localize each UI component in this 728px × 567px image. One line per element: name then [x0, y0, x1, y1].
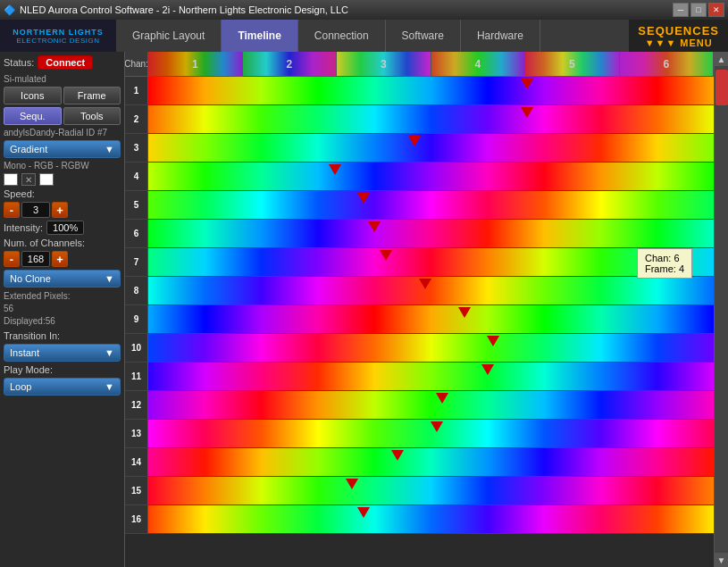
speed-minus-btn[interactable]: - — [4, 202, 20, 218]
frame-header-3: 3 — [337, 52, 431, 76]
v-scrollbar[interactable]: ▲ ▼ — [714, 52, 728, 567]
channel-row[interactable]: 14 — [125, 448, 714, 477]
channel-marker[interactable] — [487, 336, 499, 346]
chan-gradient[interactable] — [148, 163, 714, 190]
channel-marker[interactable] — [346, 479, 358, 489]
sequences-submenu: ▼▼▼ MENU — [645, 38, 713, 48]
chan-gradient[interactable] — [148, 448, 714, 476]
maximize-btn[interactable]: □ — [690, 3, 707, 17]
rainbow-bar — [148, 391, 714, 419]
chan-gradient[interactable] — [148, 77, 714, 104]
channel-row[interactable]: 12 — [125, 391, 714, 420]
chan-num-cell: 5 — [125, 191, 148, 219]
tab-software[interactable]: Software — [386, 20, 461, 52]
rainbow-bar — [148, 134, 714, 162]
channel-row[interactable]: 10 — [125, 334, 714, 363]
tab-connection[interactable]: Connection — [298, 20, 386, 52]
channel-row[interactable]: 16 — [125, 505, 714, 534]
frame-header-5: 5 — [525, 52, 620, 76]
channel-row[interactable]: 8 — [125, 277, 714, 305]
channel-row[interactable]: 6 — [125, 220, 714, 248]
channel-row[interactable]: 1 — [125, 77, 714, 105]
chan-gradient[interactable] — [148, 277, 714, 304]
connect-button[interactable]: Connect — [38, 55, 93, 70]
icons-button[interactable]: Icons — [4, 87, 62, 104]
channel-marker[interactable] — [481, 364, 494, 375]
speed-controls: - 3 + — [4, 202, 121, 218]
chan-gradient[interactable] — [148, 305, 714, 333]
speed-plus-btn[interactable]: + — [52, 202, 68, 218]
channel-row[interactable]: 3 — [125, 134, 714, 163]
channel-marker[interactable] — [521, 79, 533, 89]
mono-label: Mono - RGB - RGBW — [4, 161, 89, 171]
channel-marker[interactable] — [408, 136, 421, 146]
play-mode-dropdown[interactable]: Loop ▼ — [4, 378, 121, 396]
channel-row[interactable]: 15 — [125, 477, 714, 505]
scroll-up-arrow[interactable]: ▲ — [715, 52, 729, 66]
sequ-tools-row: Sequ. Tools — [4, 107, 121, 125]
channel-marker[interactable] — [380, 250, 392, 261]
chan-gradient[interactable] — [148, 420, 714, 447]
channels-container[interactable]: 12345678910111213141516 — [125, 77, 714, 567]
channel-row[interactable]: 2 — [125, 105, 714, 134]
clone-dropdown[interactable]: No Clone ▼ — [4, 270, 121, 288]
channel-marker[interactable] — [521, 107, 533, 118]
chan-num-cell: 2 — [125, 105, 148, 133]
effect-label: Gradient — [10, 144, 47, 154]
chan-gradient[interactable] — [148, 220, 714, 247]
chan-gradient[interactable] — [148, 505, 714, 533]
chan-gradient[interactable] — [148, 477, 714, 504]
channel-marker[interactable] — [431, 421, 443, 432]
rainbow-bar — [148, 163, 714, 190]
chan-gradient[interactable] — [148, 248, 714, 276]
sequ-button[interactable]: Sequ. — [4, 107, 62, 125]
channel-marker[interactable] — [419, 279, 431, 289]
channel-marker[interactable] — [357, 193, 370, 204]
effect-dropdown[interactable]: Gradient ▼ — [4, 140, 121, 158]
minimize-btn[interactable]: ─ — [673, 3, 689, 17]
logo: NORTHERN LIGHTS ELECTRONIC DESIGN — [0, 20, 116, 52]
icons-frame-row: Icons Frame — [4, 87, 121, 104]
scroll-down-arrow[interactable]: ▼ — [715, 553, 729, 567]
chan-gradient[interactable] — [148, 134, 714, 162]
tab-timeline[interactable]: Timeline — [222, 20, 297, 52]
tab-hardware[interactable]: Hardware — [461, 20, 540, 52]
chan-num-cell: 4 — [125, 163, 148, 190]
scroll-thumb[interactable] — [715, 70, 728, 105]
channels-minus-btn[interactable]: - — [4, 251, 20, 267]
channel-row[interactable]: 11 — [125, 363, 714, 391]
channels-plus-btn[interactable]: + — [52, 251, 68, 267]
transition-dropdown[interactable]: Instant ▼ — [4, 344, 121, 362]
channel-marker[interactable] — [357, 507, 370, 518]
chan-gradient[interactable] — [148, 391, 714, 419]
channel-row[interactable]: 5 — [125, 191, 714, 220]
tab-graphic-layout[interactable]: Graphic Layout — [116, 20, 222, 52]
chan-gradient[interactable] — [148, 191, 714, 219]
chan-gradient[interactable] — [148, 363, 714, 390]
channel-marker[interactable] — [436, 393, 448, 404]
channel-row[interactable]: 9 — [125, 305, 714, 334]
channel-marker[interactable] — [329, 164, 341, 175]
chan-gradient[interactable] — [148, 334, 714, 362]
frame-headers: 1 2 3 4 5 6 — [148, 52, 714, 76]
chan-gradient[interactable] — [148, 105, 714, 133]
channel-row[interactable]: 13 — [125, 420, 714, 448]
channel-marker[interactable] — [391, 450, 404, 461]
channel-row[interactable]: 7 — [125, 248, 714, 277]
chan-num-cell: 3 — [125, 134, 148, 162]
channel-marker[interactable] — [458, 307, 471, 318]
channel-row[interactable]: 4 — [125, 163, 714, 191]
white-swatch2[interactable] — [39, 173, 54, 186]
chan-num-cell: 11 — [125, 363, 148, 390]
tools-button[interactable]: Tools — [63, 107, 121, 125]
close-btn[interactable]: ✕ — [708, 3, 724, 17]
frame-button[interactable]: Frame — [63, 87, 121, 104]
rainbow-bar — [148, 477, 714, 504]
channel-marker[interactable] — [368, 221, 381, 232]
white-swatch[interactable] — [4, 173, 18, 186]
sequences-menu[interactable]: SEQUENCES ▼▼▼ MENU — [629, 20, 728, 52]
transition-arrow-icon: ▼ — [105, 347, 114, 358]
nav-tabs: Graphic Layout Timeline Connection Softw… — [116, 20, 629, 52]
transition-value: Instant — [10, 347, 39, 358]
x-swatch[interactable]: ✕ — [21, 173, 36, 186]
